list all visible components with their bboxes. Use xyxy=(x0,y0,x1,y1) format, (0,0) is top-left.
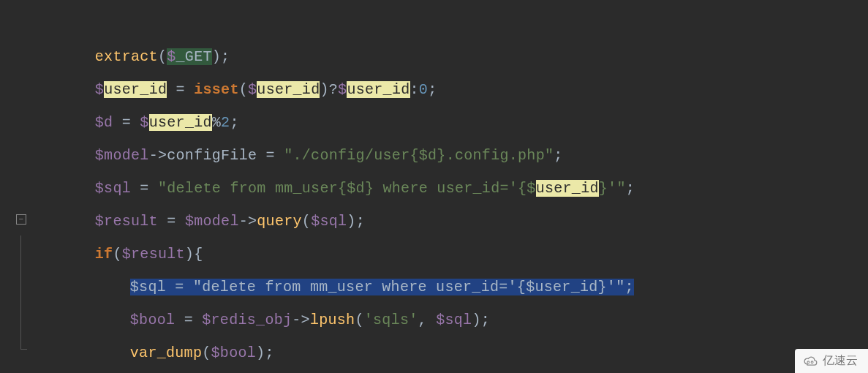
watermark-text: 亿速云 xyxy=(823,353,858,369)
code-line: $sql = "delete from mm_user{$d} where us… xyxy=(41,139,868,172)
svg-point-1 xyxy=(811,361,813,363)
code-line: if($result){ xyxy=(41,205,868,238)
code-line: var_dump($bool); xyxy=(41,304,868,336)
code-line: } xyxy=(41,336,868,369)
gutter: − xyxy=(6,7,35,366)
code-line: extract($_GET); xyxy=(41,7,868,40)
code-line: $bool = $redis_obj->lpush('sqls', $sql); xyxy=(41,271,868,304)
watermark-badge: 亿速云 xyxy=(795,349,868,373)
code-area[interactable]: extract($_GET); $user_id = isset($user_i… xyxy=(41,7,868,369)
code-line: $user_id = isset($user_id)?$user_id:0; xyxy=(41,40,868,73)
code-line-selected: $sql = "delete from mm_user where user_i… xyxy=(41,238,868,271)
svg-point-0 xyxy=(807,361,809,363)
code-line: $model->configFile = "./config/user{$d}.… xyxy=(41,106,868,139)
fold-toggle-icon[interactable]: − xyxy=(16,214,26,225)
code-line: $result = $model->query($sql); xyxy=(41,172,868,205)
cloud-icon xyxy=(802,355,818,368)
code-line: $d = $user_id%2; xyxy=(41,73,868,106)
code-editor[interactable]: − extract($_GET); $user_id = isset($user… xyxy=(0,0,868,373)
